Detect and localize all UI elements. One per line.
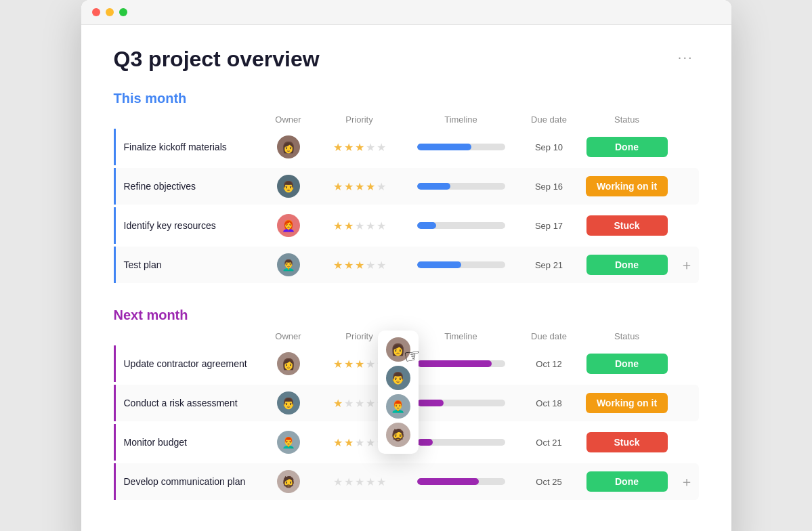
star-icon: ★ bbox=[366, 397, 375, 410]
star-icon: ★ bbox=[355, 219, 364, 232]
popup-avatar: 👨 bbox=[386, 366, 410, 390]
status-badge[interactable]: Done bbox=[586, 137, 668, 157]
status-badge[interactable]: Done bbox=[586, 255, 668, 275]
star-icon: ★ bbox=[333, 259, 343, 272]
task-name: Monitor budget bbox=[124, 437, 261, 448]
status-cell: Working on it bbox=[580, 393, 675, 413]
col-task bbox=[122, 331, 261, 341]
status-cell: Done bbox=[580, 255, 675, 275]
avatar: 👨 bbox=[277, 175, 300, 198]
star-icon: ★ bbox=[333, 358, 343, 370]
col-timeline-2: Timeline bbox=[404, 331, 519, 341]
star-icon: ★ bbox=[344, 180, 354, 193]
star-icon: ★ bbox=[333, 397, 343, 410]
star-icon: ★ bbox=[366, 180, 375, 193]
timeline-bar bbox=[417, 478, 505, 485]
star-icon: ★ bbox=[377, 475, 386, 488]
timeline-cell bbox=[404, 400, 519, 406]
add-column-button[interactable]: ＋ bbox=[675, 473, 699, 491]
star-icon: ★ bbox=[377, 219, 386, 232]
status-cell: Done bbox=[580, 354, 675, 374]
star-icon: ★ bbox=[344, 397, 354, 410]
status-badge[interactable]: Done bbox=[586, 471, 668, 492]
timeline-cell bbox=[404, 183, 519, 190]
close-dot[interactable] bbox=[92, 8, 100, 16]
this-month-section: This month Owner Priority Timeline Due d… bbox=[114, 91, 699, 283]
star-icon: ★ bbox=[333, 475, 343, 488]
timeline-fill bbox=[417, 222, 437, 229]
col-owner-1: Owner bbox=[261, 114, 316, 125]
status-badge[interactable]: Working on it bbox=[586, 176, 668, 196]
col-status-1: Status bbox=[580, 114, 675, 125]
owner-cell: 👩 bbox=[261, 135, 316, 158]
due-date-cell: Sep 21 bbox=[519, 260, 580, 270]
col-add-1 bbox=[675, 114, 699, 125]
app-window: Q3 project overview ··· This month Owner… bbox=[81, 0, 731, 531]
status-badge[interactable]: Stuck bbox=[586, 432, 668, 452]
cursor-hand-icon: ☞ bbox=[402, 343, 422, 368]
due-date-cell: Oct 12 bbox=[519, 359, 580, 369]
timeline-fill bbox=[417, 144, 472, 150]
titlebar bbox=[81, 0, 731, 25]
star-icon: ★ bbox=[333, 436, 343, 449]
due-date-cell: Sep 16 bbox=[519, 182, 580, 192]
due-date-cell: Oct 25 bbox=[519, 477, 580, 487]
stars-cell: ★ ★ ★ ★ ★ bbox=[316, 180, 404, 193]
minimize-dot[interactable] bbox=[106, 8, 114, 16]
star-icon: ★ bbox=[355, 358, 364, 370]
star-icon: ★ bbox=[344, 358, 354, 370]
timeline-fill bbox=[417, 400, 444, 406]
timeline-bar bbox=[417, 183, 505, 190]
timeline-bar bbox=[417, 400, 505, 406]
this-month-label: This month bbox=[114, 91, 699, 106]
avatar: 👩 bbox=[277, 135, 300, 158]
this-month-col-headers: Owner Priority Timeline Due date Status bbox=[114, 114, 699, 129]
star-icon: ★ bbox=[377, 180, 386, 193]
timeline-fill bbox=[417, 261, 461, 268]
table-row: Test plan 👨‍🦱 ★ ★ ★ ★ ★ bbox=[114, 247, 699, 283]
stars-cell: ★ ★ ★ ★ ★ bbox=[316, 219, 404, 232]
star-icon: ★ bbox=[344, 436, 354, 449]
timeline-fill bbox=[417, 439, 433, 446]
star-icon: ★ bbox=[355, 475, 364, 488]
due-date-cell: Sep 10 bbox=[519, 142, 580, 152]
due-date-cell: Oct 21 bbox=[519, 438, 580, 448]
timeline-bar bbox=[417, 439, 505, 446]
status-cell: Stuck bbox=[580, 432, 675, 452]
more-options-button[interactable]: ··· bbox=[672, 47, 699, 68]
status-cell: Stuck bbox=[580, 215, 675, 236]
owner-cell: 👩 bbox=[261, 352, 316, 375]
owner-cell: 🧔 bbox=[261, 470, 316, 493]
add-column-button[interactable]: ＋ bbox=[675, 256, 699, 274]
status-badge[interactable]: Stuck bbox=[586, 215, 668, 236]
this-month-table: Owner Priority Timeline Due date Status … bbox=[114, 114, 699, 283]
stars-cell: ★ ★ ★ ★ ★ bbox=[316, 259, 404, 272]
star-icon: ★ bbox=[366, 141, 375, 154]
task-name: Conduct a risk assessment bbox=[124, 398, 261, 408]
col-add-2 bbox=[675, 331, 699, 341]
page-title: Q3 project overview bbox=[114, 47, 320, 72]
owner-cell: 👨‍🦰 bbox=[261, 431, 316, 454]
col-duedate-2: Due date bbox=[519, 331, 580, 341]
col-duedate-1: Due date bbox=[519, 114, 580, 125]
star-icon: ★ bbox=[344, 259, 354, 272]
task-name: Develop communication plan bbox=[124, 476, 261, 487]
maximize-dot[interactable] bbox=[119, 8, 127, 16]
timeline-bar bbox=[417, 261, 505, 268]
timeline-fill bbox=[417, 183, 450, 190]
due-date-cell: Oct 18 bbox=[519, 398, 580, 408]
star-icon: ★ bbox=[366, 219, 375, 232]
status-badge[interactable]: Done bbox=[586, 354, 668, 374]
popup-avatar: 🧔 bbox=[386, 423, 410, 447]
star-icon: ★ bbox=[344, 141, 354, 154]
task-name: Refine objectives bbox=[124, 181, 261, 192]
star-icon: ★ bbox=[377, 141, 386, 154]
timeline-bar bbox=[417, 144, 505, 150]
status-cell: Done bbox=[580, 471, 675, 492]
status-badge[interactable]: Working on it bbox=[586, 393, 668, 413]
status-cell: Working on it bbox=[580, 176, 675, 196]
star-icon: ★ bbox=[333, 141, 343, 154]
avatar: 👨 bbox=[277, 391, 300, 415]
next-month-section: Next month Owner Priority Timeline Due d… bbox=[114, 307, 699, 500]
star-icon: ★ bbox=[366, 259, 375, 272]
